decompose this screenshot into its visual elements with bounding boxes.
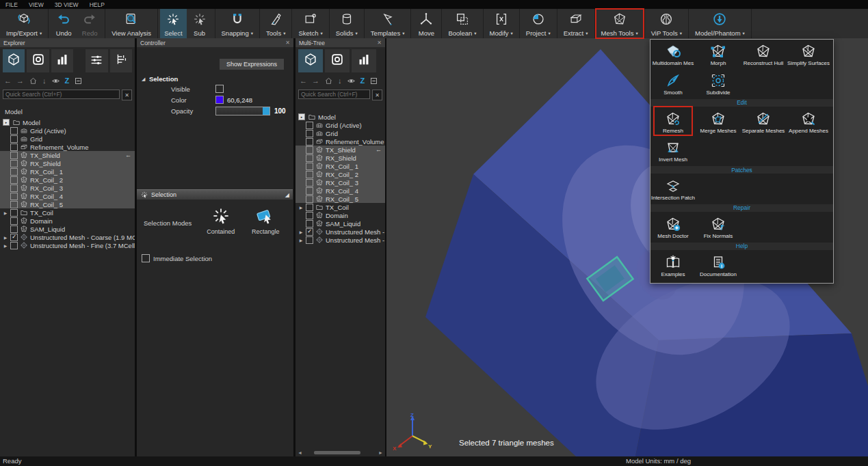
toolbar-snapping-button[interactable]: Snapping▾ (218, 9, 257, 38)
dropdown-caret-icon[interactable]: ▾ (474, 31, 476, 36)
scrollbar-track[interactable] (304, 450, 377, 455)
explorer-tab-tab-analysis[interactable] (51, 49, 73, 72)
tree-item-tx-coil[interactable]: ▶TX_Coil (0, 208, 135, 217)
multi-tree-arrow-left-icon[interactable]: ← (300, 77, 307, 85)
menu-item-simplify-surfaces[interactable]: Simplify Surfaces (786, 40, 831, 69)
checkbox-domain[interactable] (306, 212, 313, 219)
multi-tree-search-clear-icon[interactable]: ✕ (372, 90, 382, 100)
checkbox-sam-liquid[interactable] (10, 225, 18, 233)
tree-item-grid[interactable]: Grid (295, 129, 385, 137)
menu-item-remesh[interactable]: Remesh (650, 107, 696, 137)
menu-file[interactable]: FILE (5, 1, 18, 8)
multi-tree-search-input[interactable] (298, 90, 370, 99)
menu-view[interactable]: VIEW (29, 1, 44, 8)
menu-item-invert-mesh[interactable]: Invert Mesh (650, 136, 696, 165)
checkbox-grid[interactable] (306, 130, 313, 137)
toolbar-sub-button[interactable]: Sub (187, 9, 213, 38)
checkbox-rx-coil-1[interactable] (10, 168, 18, 176)
checkbox-unstructured-mesh-c[interactable] (306, 228, 313, 236)
tree-item-grid-active[interactable]: Grid (Active) (295, 121, 385, 129)
toolbar-model-phantom-button[interactable]: Model/Phantom▾ (691, 9, 749, 38)
explorer-tab-tab-model[interactable] (3, 49, 25, 72)
multi-tree-collapse-all-icon[interactable] (369, 77, 378, 85)
menu-item-examples[interactable]: Examples (650, 251, 696, 280)
multi-tree-panel-header[interactable]: Multi-Tree ✕ (295, 38, 385, 47)
dropdown-caret-icon[interactable]: ▾ (251, 31, 253, 36)
toolbar-select-button[interactable]: Select (160, 9, 186, 38)
multi-tree-tab-tab-model[interactable] (298, 49, 323, 72)
explorer-eye-icon[interactable] (51, 77, 60, 85)
checkbox-sam-liquid[interactable] (306, 220, 313, 228)
tree-item-model[interactable]: ▸Model (295, 113, 385, 121)
show-expressions-button[interactable]: Show Expressions (220, 59, 284, 70)
tree-item-rx-shield[interactable]: RX_Shield (295, 154, 385, 162)
checkbox-tx-coil[interactable] (10, 209, 18, 217)
tree-item-model[interactable]: ▸Model (0, 118, 135, 126)
section-collapse-icon[interactable]: ◢ (285, 192, 289, 198)
close-icon[interactable]: ✕ (285, 40, 290, 46)
dropdown-caret-icon[interactable]: ▾ (743, 31, 745, 36)
dropdown-caret-icon[interactable]: ▾ (283, 31, 285, 36)
checkbox-grid-active[interactable] (10, 127, 18, 135)
toolbar-undo-button[interactable]: Undo (51, 9, 77, 38)
tree-expander-icon[interactable]: ▶ (3, 235, 8, 240)
explorer-arrow-down-icon[interactable]: ↓ (42, 77, 47, 85)
explorer-search-clear-icon[interactable]: ✕ (122, 90, 132, 100)
dropdown-caret-icon[interactable]: ▾ (586, 31, 588, 36)
checkbox-rx-coil-2[interactable] (306, 171, 313, 178)
selection-section-bar[interactable]: Selection ◢ (137, 189, 293, 200)
toolbar-mesh-tools-button[interactable]: Mesh Tools▾ (597, 9, 642, 38)
tree-item-refinement-volume[interactable]: Refinement_Volume (295, 137, 385, 146)
menu-item-intersection-patch[interactable]: Intersection Patch (650, 174, 696, 204)
menu-item-subdivide[interactable]: Subdivide (696, 69, 741, 98)
explorer-collapse-all-icon[interactable] (74, 77, 83, 85)
toolbar-redo-button[interactable]: Redo (77, 9, 103, 38)
checkbox-grid[interactable] (10, 135, 18, 143)
tree-item-rx-coil-2[interactable]: RX_Coil_ 2 (295, 170, 385, 178)
scrollbar-thumb[interactable] (314, 451, 361, 454)
dropdown-caret-icon[interactable]: ▾ (320, 31, 322, 36)
checkbox-tx-shield[interactable] (10, 152, 18, 159)
menu-item-merge-meshes[interactable]: Merge Meshes (696, 107, 741, 137)
toolbar-solids-button[interactable]: Solids▾ (332, 9, 362, 38)
multi-tree-tab-tab-analysis[interactable] (352, 49, 376, 72)
toolbar-sketch-button[interactable]: Sketch▾ (294, 9, 326, 38)
checkbox-rx-coil-3[interactable] (306, 179, 313, 187)
checkbox-tx-shield[interactable] (306, 146, 313, 154)
scroll-right-icon[interactable]: ► (378, 450, 383, 455)
dropdown-caret-icon[interactable]: ▾ (356, 31, 358, 36)
immediate-selection-checkbox[interactable] (142, 254, 150, 262)
menu-item-reconstruct-hull[interactable]: Reconstruct Hull (741, 40, 786, 69)
explorer-arrow-right-icon[interactable]: → (16, 77, 24, 85)
menu-item-smooth[interactable]: Smooth (650, 69, 696, 98)
toolbar-templates-button[interactable]: Templates▾ (367, 9, 409, 38)
menu-help[interactable]: HELP (90, 1, 105, 8)
checkbox-unstructured-mesh-coarse-1-9-mcells[interactable] (10, 234, 18, 241)
explorer-search-input[interactable] (3, 90, 120, 99)
tree-item-grid[interactable]: Grid (0, 135, 135, 143)
menu-item-multidomain-mes[interactable]: Multidomain Mes (650, 40, 696, 69)
tree-item-refinement-volume[interactable]: Refinement_Volume (0, 143, 135, 151)
tree-item-domain[interactable]: Domain (295, 211, 385, 219)
tree-expander-icon[interactable]: ▶ (3, 243, 8, 248)
multi-tree-eye-icon[interactable] (347, 77, 356, 85)
tree-item-tx-coil[interactable]: ▶TX_Coil (295, 203, 385, 211)
tree-item-tx-shield[interactable]: TX_Shield← (0, 151, 135, 159)
multi-tree-home-icon[interactable] (324, 77, 333, 85)
multi-tree-tab-tab-sim[interactable] (325, 49, 350, 72)
checkbox-rx-shield[interactable] (10, 160, 18, 167)
opacity-slider[interactable] (215, 107, 270, 115)
menu-item-documentation[interactable]: iDocumentation (696, 251, 741, 280)
opacity-slider-handle[interactable] (263, 107, 269, 115)
tree-item-sam-liquid[interactable]: SAM_Liquid (0, 225, 135, 233)
explorer-z-sort-icon[interactable]: Z (65, 77, 70, 85)
color-swatch[interactable] (215, 96, 224, 104)
tree-item-rx-coil-3[interactable]: RX_Coil_ 3 (295, 178, 385, 187)
checkbox-rx-coil-5[interactable] (10, 201, 18, 208)
toolbar-boolean-button[interactable]: Boolean▾ (444, 9, 480, 38)
tree-expander-icon[interactable]: ▶ (298, 205, 304, 210)
multi-tree-arrow-right-icon[interactable]: → (312, 77, 319, 85)
tree-item-rx-coil-5[interactable]: RX_Coil_ 5 (0, 200, 135, 208)
tree-item-rx-coil-5[interactable]: RX_Coil_ 5 (295, 195, 385, 203)
toolbar-project-button[interactable]: Project▾ (522, 9, 555, 38)
